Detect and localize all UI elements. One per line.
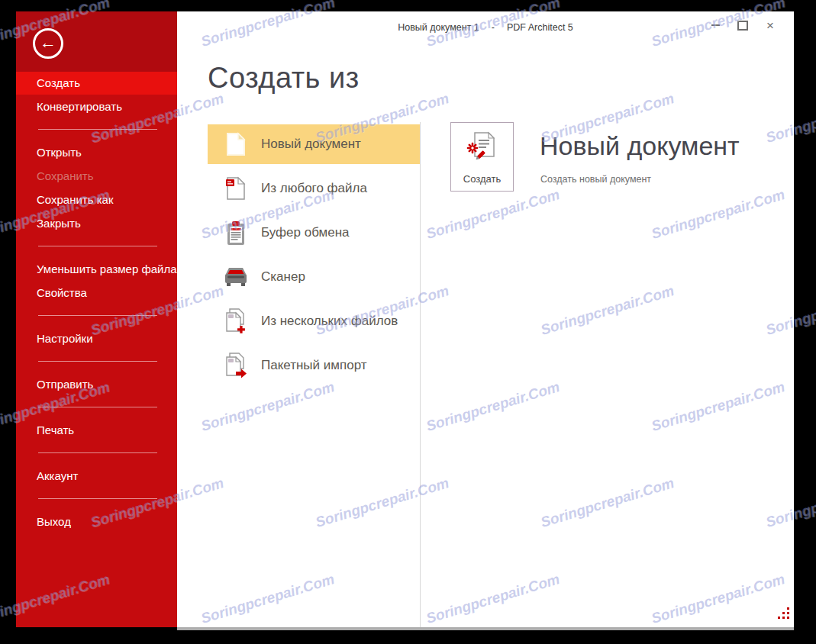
create-tile-button[interactable]: Создать [450,122,514,192]
scanner-icon [223,264,249,290]
window-controls: × [707,18,779,33]
sidebar-item-create[interactable]: Создать [16,72,177,95]
sidebar-item-save: Сохранить [16,164,177,188]
content-divider [420,122,421,627]
window-title: Новый документ 1-PDF Architect 5 [177,22,794,33]
clipboard-icon [223,220,249,246]
batch-import-icon [223,353,249,378]
create-from-options: Новый документ Из любого файла [208,124,420,390]
option-label: Из любого файла [261,181,367,196]
create-document-icon [466,130,499,169]
minimize-icon [711,24,720,26]
backstage-sidebar: ← Создать Конвертировать Открыть Сохрани… [16,11,177,627]
option-new-document[interactable]: Новый документ [208,124,420,164]
option-from-any-file[interactable]: Из любого файла [208,169,420,208]
sidebar-item-convert[interactable]: Конвертировать [16,95,177,118]
app-name: PDF Architect 5 [507,22,573,33]
sidebar-item-print[interactable]: Печать [16,418,177,442]
multiple-files-icon [223,308,249,334]
option-label: Новый документ [261,137,361,152]
sidebar-divider [38,498,157,499]
sidebar-item-properties[interactable]: Свойства [16,281,177,304]
option-label: Пакетный импорт [261,358,367,373]
option-batch-import[interactable]: Пакетный импорт [208,346,420,385]
sidebar-item-account[interactable]: Аккаунт [16,464,177,488]
detail-heading: Новый документ [540,131,740,161]
title-separator: - [492,22,495,33]
sidebar-item-reduce-size[interactable]: Уменьшить размер файла [16,257,177,281]
create-tile-label: Создать [463,173,501,185]
sidebar-divider [38,246,157,246]
sidebar-divider [38,407,157,407]
maximize-icon [737,21,748,31]
sidebar-header: ← [16,11,177,72]
backstage-content: Новый документ 1-PDF Architect 5 × Созда… [177,11,794,627]
file-any-icon [223,175,249,201]
sidebar-divider [38,129,157,130]
sidebar-divider [38,361,157,362]
resize-grip[interactable] [777,607,789,620]
window-bottom-border [177,627,794,630]
option-clipboard[interactable]: Буфер обмена [208,213,420,253]
close-icon: × [766,19,774,32]
app-window: ← Создать Конвертировать Открыть Сохрани… [16,11,794,627]
back-button[interactable]: ← [33,28,63,59]
sidebar-divider [38,315,157,316]
option-label: Сканер [261,269,305,285]
sidebar-divider [38,452,157,453]
back-arrow-icon: ← [40,34,56,51]
sidebar-item-save-as[interactable]: Сохранить как [16,188,177,211]
document-name: Новый документ 1 [398,22,479,33]
detail-description: Создать новый документ [540,174,651,185]
sidebar-item-exit[interactable]: Выход [16,510,177,533]
maximize-button[interactable] [734,18,751,33]
sidebar-item-settings[interactable]: Настройки [16,327,177,350]
new-document-icon [223,131,249,157]
option-from-multiple-files[interactable]: Из нескольких файлов [208,301,420,341]
option-scanner[interactable]: Сканер [208,257,420,297]
page-title: Создать из [208,62,360,95]
sidebar-item-send[interactable]: Отправить [16,372,177,396]
option-label: Буфер обмена [261,225,350,240]
sidebar-item-open[interactable]: Открыть [16,140,177,164]
screen: ← Создать Конвертировать Открыть Сохрани… [0,0,816,644]
sidebar-item-close-doc[interactable]: Закрыть [16,211,177,235]
close-button[interactable]: × [762,18,779,33]
option-label: Из нескольких файлов [261,314,398,329]
minimize-button[interactable] [707,18,724,33]
